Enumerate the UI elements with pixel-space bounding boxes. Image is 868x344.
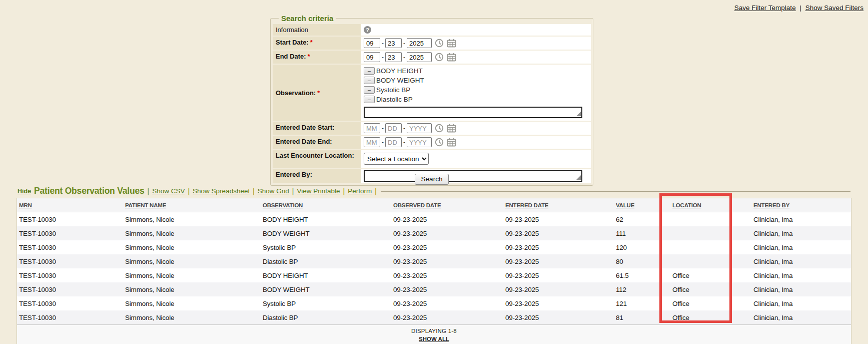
- cell-value: 121: [614, 296, 670, 310]
- column-header-entered-date[interactable]: ENTERED DATE: [503, 198, 614, 212]
- column-header-value[interactable]: VALUE: [614, 198, 670, 212]
- clock-icon[interactable]: [435, 53, 444, 62]
- entered-date-start-month-input[interactable]: [364, 123, 380, 133]
- cell-observation: Diastolic BP: [261, 310, 391, 324]
- cell-entered-date: 09-23-2025: [503, 212, 614, 227]
- search-criteria-legend: Search criteria: [279, 14, 336, 23]
- cell-value: 112: [614, 282, 670, 296]
- cell-entered-by: Clinician, Ima: [751, 268, 851, 282]
- results-toolbar: Hide Patient Observation Values | Show C…: [17, 186, 851, 198]
- cell-location: Office: [670, 268, 751, 282]
- column-header-patient-name[interactable]: PATIENT NAME: [123, 198, 261, 212]
- remove-observation-button[interactable]: –: [364, 96, 375, 103]
- clock-icon[interactable]: [435, 39, 444, 48]
- perform-link[interactable]: Perform: [348, 187, 372, 195]
- column-header-entered-date-label[interactable]: ENTERED DATE: [505, 202, 548, 208]
- clock-icon[interactable]: [435, 124, 444, 133]
- hide-link[interactable]: Hide: [18, 188, 31, 195]
- end-date-year-input[interactable]: [407, 52, 432, 62]
- calendar-icon[interactable]: [447, 53, 456, 62]
- observation-item: – Systolic BP: [364, 86, 410, 94]
- calendar-icon[interactable]: [447, 124, 456, 133]
- save-filter-template-link[interactable]: Save Filter Template: [734, 4, 796, 12]
- end-date-month-input[interactable]: [364, 52, 380, 62]
- column-header-observation[interactable]: OBSERVATION: [261, 198, 391, 212]
- cell-value: 80: [614, 254, 670, 268]
- toolbar-separator: |: [188, 187, 190, 195]
- cell-value: 62: [614, 212, 670, 227]
- entered-date-end-year-input[interactable]: [407, 137, 432, 147]
- calendar-icon[interactable]: [447, 138, 456, 147]
- column-header-location[interactable]: LOCATION: [670, 198, 751, 212]
- column-header-value-label[interactable]: VALUE: [616, 202, 634, 208]
- observation-filter-input[interactable]: [364, 107, 582, 118]
- remove-observation-button[interactable]: –: [364, 86, 375, 94]
- start-date-month-input[interactable]: [364, 38, 380, 48]
- clock-icon[interactable]: [435, 138, 444, 147]
- cell-entered-by: Clinician, Ima: [751, 310, 851, 324]
- observation-filter-wrap: [364, 107, 582, 118]
- entered-date-end-day-input[interactable]: [385, 137, 402, 147]
- view-printable-link[interactable]: View Printable: [297, 187, 340, 195]
- table-row: TEST-10030 Simmons, Nicole BODY WEIGHT 0…: [17, 282, 851, 296]
- date-dash: -: [403, 139, 405, 146]
- column-header-entered-by[interactable]: ENTERED BY: [751, 198, 851, 212]
- table-row: TEST-10030 Simmons, Nicole Diastolic BP …: [17, 254, 851, 268]
- observation-item-label: BODY HEIGHT: [376, 67, 423, 75]
- last-encounter-location-row: Last Encounter Location: Select a Locati…: [273, 150, 591, 168]
- search-button[interactable]: Search: [415, 174, 449, 185]
- cell-value: 120: [614, 240, 670, 254]
- entered-date-start-day-input[interactable]: [385, 123, 402, 133]
- column-header-observed-date[interactable]: OBSERVED DATE: [391, 198, 503, 212]
- cell-entered-by: Clinician, Ima: [751, 212, 851, 227]
- show-saved-filters-link[interactable]: Show Saved Filters: [805, 4, 863, 12]
- cell-observation: Systolic BP: [261, 240, 391, 254]
- cell-mrn: TEST-10030: [17, 226, 123, 240]
- show-spreadsheet-link[interactable]: Show Spreadsheet: [193, 187, 250, 195]
- remove-observation-button[interactable]: –: [364, 67, 375, 75]
- date-dash: -: [403, 125, 405, 132]
- help-icon[interactable]: ?: [364, 26, 371, 34]
- column-header-patient-name-label[interactable]: PATIENT NAME: [125, 202, 166, 208]
- column-header-entered-by-label[interactable]: ENTERED BY: [753, 202, 789, 208]
- table-row: TEST-10030 Simmons, Nicole Diastolic BP …: [17, 310, 851, 324]
- show-grid-link[interactable]: Show Grid: [258, 187, 289, 195]
- start-date-year-input[interactable]: [407, 38, 432, 48]
- cell-patient-name: Simmons, Nicole: [123, 254, 261, 268]
- observation-item-label: Diastolic BP: [376, 95, 413, 104]
- end-date-label: End Date:*: [273, 51, 361, 64]
- date-dash: -: [403, 54, 405, 61]
- remove-observation-button[interactable]: –: [364, 77, 375, 84]
- column-header-location-label[interactable]: LOCATION: [672, 202, 701, 208]
- toolbar-separator: |: [375, 187, 377, 195]
- observation-required: *: [317, 89, 320, 97]
- location-select[interactable]: Select a Location: [364, 153, 429, 165]
- cell-patient-name: Simmons, Nicole: [123, 268, 261, 282]
- column-header-mrn[interactable]: MRN: [17, 198, 123, 212]
- column-header-observed-date-label[interactable]: OBSERVED DATE: [393, 202, 441, 208]
- column-header-observation-label[interactable]: OBSERVATION: [263, 202, 303, 208]
- observation-row: Observation:* – BODY HEIGHT – BODY WEIGH…: [273, 65, 591, 121]
- observation-item: – Diastolic BP: [364, 95, 413, 104]
- calendar-icon[interactable]: [447, 39, 456, 48]
- date-dash: -: [382, 54, 384, 61]
- cell-observed-date: 09-23-2025: [391, 212, 503, 227]
- start-date-label-text: Start Date:: [276, 39, 309, 46]
- date-dash: -: [382, 125, 384, 132]
- show-all-link[interactable]: SHOW ALL: [419, 336, 449, 342]
- cell-value: 81: [614, 310, 670, 324]
- table-row: TEST-10030 Simmons, Nicole BODY WEIGHT 0…: [17, 226, 851, 240]
- start-date-day-input[interactable]: [385, 38, 402, 48]
- show-csv-link[interactable]: Show CSV: [152, 187, 185, 195]
- column-header-mrn-label[interactable]: MRN: [19, 202, 32, 208]
- table-header-row: MRN PATIENT NAME OBSERVATION OBSERVED DA…: [17, 198, 851, 212]
- cell-entered-date: 09-23-2025: [503, 226, 614, 240]
- entered-date-start-year-input[interactable]: [407, 123, 432, 133]
- entered-date-end-month-input[interactable]: [364, 137, 380, 147]
- cell-location: [670, 254, 751, 268]
- cell-observation: BODY WEIGHT: [261, 282, 391, 296]
- end-date-day-input[interactable]: [385, 52, 402, 62]
- cell-patient-name: Simmons, Nicole: [123, 310, 261, 324]
- information-row: Information ?: [273, 24, 591, 36]
- toolbar-separator: |: [148, 187, 150, 195]
